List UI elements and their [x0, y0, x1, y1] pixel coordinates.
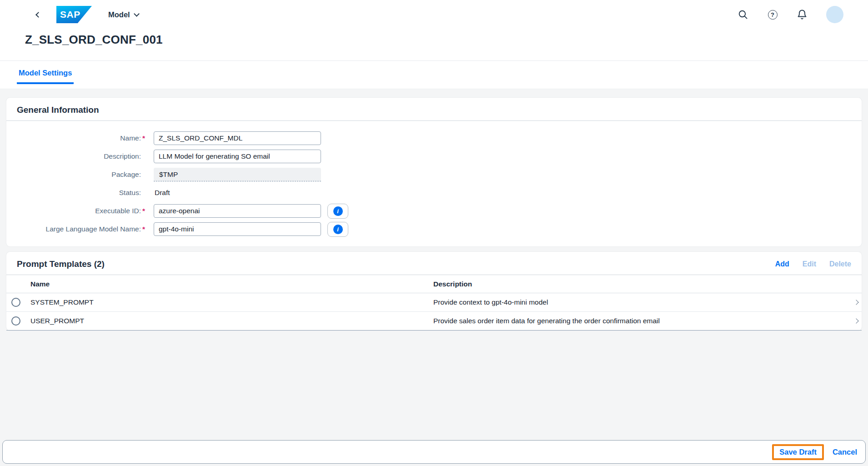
delete-button[interactable]: Delete: [829, 260, 851, 268]
llm-name-input[interactable]: [154, 222, 321, 236]
footer-toolbar: Save Draft Cancel: [2, 440, 866, 464]
required-marker: *: [142, 225, 148, 233]
executable-id-field-row: Executable ID: * i: [6, 202, 862, 220]
column-header-description: Description: [433, 280, 846, 288]
tab-model-settings[interactable]: Model Settings: [17, 69, 74, 84]
app-title-menu[interactable]: Model: [108, 10, 139, 19]
help-icon: ?: [768, 10, 778, 20]
llm-name-label: Large Language Model Name:: [6, 225, 141, 233]
table-header-row: Name Description: [6, 275, 862, 293]
executable-id-info-button[interactable]: i: [327, 204, 348, 219]
row-description-cell: Provide context to gpt-4o-mini model: [433, 298, 846, 306]
name-field-row: Name: *: [6, 129, 862, 147]
executable-id-input[interactable]: [154, 204, 321, 218]
executable-id-label: Executable ID:: [6, 207, 141, 215]
description-input[interactable]: [154, 150, 321, 163]
notifications-button[interactable]: [797, 9, 808, 20]
help-button[interactable]: ?: [767, 9, 778, 20]
page-header: Z_SLS_ORD_CONF_001: [0, 29, 868, 60]
package-field-row: Package: $TMP: [6, 165, 862, 184]
general-information-form: Name: * Description: Package:: [6, 121, 862, 246]
chevron-down-icon: [134, 11, 140, 17]
package-label: Package:: [6, 170, 141, 179]
save-draft-highlight-box: Save Draft: [772, 444, 824, 460]
user-avatar[interactable]: [826, 6, 843, 23]
table-row[interactable]: SYSTEM_PROMPT Provide context to gpt-4o-…: [6, 293, 862, 312]
table-row[interactable]: USER_PROMPT Provide sales order item dat…: [6, 312, 862, 331]
chevron-right-icon: [853, 318, 858, 323]
general-information-title: General Information: [17, 105, 99, 115]
name-label: Name:: [6, 134, 141, 142]
status-label: Status:: [6, 189, 141, 197]
search-icon: [738, 9, 748, 20]
app-title-label: Model: [108, 10, 130, 19]
add-button[interactable]: Add: [775, 260, 789, 268]
prompt-templates-toolbar: Add Edit Delete: [775, 260, 851, 268]
name-input[interactable]: [154, 131, 321, 145]
bell-icon: [797, 9, 808, 20]
row-name-cell: SYSTEM_PROMPT: [30, 298, 433, 306]
cancel-button[interactable]: Cancel: [833, 448, 857, 456]
package-readonly-field: $TMP: [154, 168, 321, 181]
chevron-right-icon: [853, 300, 858, 305]
sap-logo[interactable]: SAP: [56, 6, 92, 23]
general-information-header: General Information: [6, 98, 862, 120]
required-marker: *: [142, 134, 148, 142]
general-information-card: General Information Name: * Description:: [6, 98, 862, 246]
back-button[interactable]: [33, 9, 44, 20]
description-field-row: Description:: [6, 147, 862, 165]
row-radio-button[interactable]: [11, 316, 20, 326]
row-name-cell: USER_PROMPT: [30, 317, 433, 325]
search-button[interactable]: [738, 9, 748, 20]
page-title: Z_SLS_ORD_CONF_001: [25, 33, 868, 47]
status-field-row: Status: Draft: [6, 184, 862, 202]
prompt-templates-header: Prompt Templates (2) Add Edit Delete: [6, 252, 862, 275]
llm-name-field-row: Large Language Model Name: * i: [6, 220, 862, 238]
shell-bar-left: SAP Model: [33, 6, 139, 23]
shell-bar-right: ?: [738, 6, 843, 23]
save-draft-button[interactable]: Save Draft: [779, 448, 817, 456]
info-icon: i: [333, 225, 343, 234]
column-header-name: Name: [30, 280, 433, 288]
app-screen: SAP Model ?: [0, 0, 868, 466]
page-content: General Information Name: * Description:: [0, 89, 868, 466]
row-description-cell: Provide sales order item data for genera…: [433, 317, 846, 325]
prompt-templates-card: Prompt Templates (2) Add Edit Delete Nam…: [6, 252, 862, 331]
back-chevron-icon: [35, 12, 41, 18]
llm-name-info-button[interactable]: i: [327, 222, 348, 237]
row-radio-button[interactable]: [11, 298, 20, 307]
status-value: Draft: [154, 189, 170, 197]
prompt-templates-title: Prompt Templates (2): [17, 259, 105, 269]
description-label: Description:: [6, 152, 141, 160]
sap-logo-text: SAP: [60, 9, 80, 20]
required-marker: *: [142, 207, 148, 215]
tab-strip: Model Settings: [0, 61, 868, 89]
info-icon: i: [333, 206, 343, 216]
shell-bar: SAP Model ?: [0, 0, 868, 29]
edit-button[interactable]: Edit: [803, 260, 816, 268]
